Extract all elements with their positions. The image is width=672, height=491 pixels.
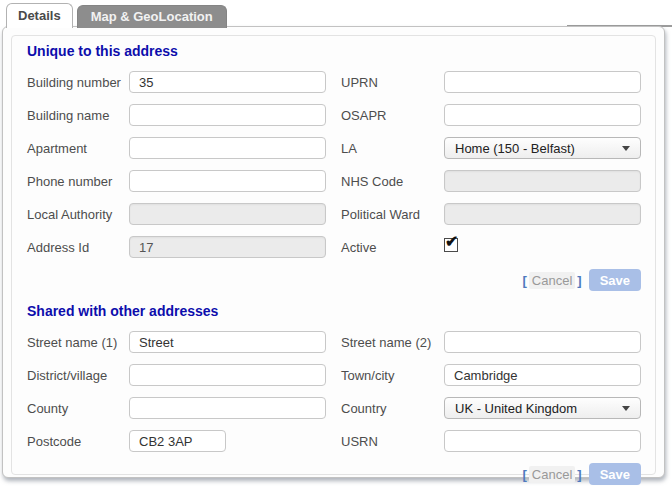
apartment-label: Apartment	[27, 141, 129, 156]
usrn-input[interactable]	[444, 430, 641, 452]
osapr-label: OSAPR	[326, 108, 444, 123]
tab-details[interactable]: Details	[6, 3, 73, 28]
postcode-input[interactable]	[129, 430, 226, 452]
country-select[interactable]: UK - United Kingdom	[444, 397, 641, 419]
form-row: County Country UK - United Kingdom	[27, 397, 641, 419]
tab-map-geolocation[interactable]: Map & GeoLocation	[77, 5, 227, 28]
street-name-2-label: Street name (2)	[326, 335, 444, 350]
bracket-open: [	[522, 273, 526, 288]
form-row: Local Authority Political Ward	[27, 203, 641, 225]
town-city-label: Town/city	[326, 368, 444, 383]
form-content: Unique to this address Building number U…	[11, 35, 656, 475]
bracket-close: ]	[577, 467, 581, 482]
phone-number-input[interactable]	[129, 170, 326, 192]
bracket-open: [	[522, 467, 526, 482]
form-row: Building name OSAPR	[27, 104, 641, 126]
usrn-label: USRN	[326, 434, 444, 449]
political-ward-label: Political Ward	[326, 207, 444, 222]
building-name-label: Building name	[27, 108, 129, 123]
apartment-input[interactable]	[129, 137, 326, 159]
chevron-down-icon	[622, 406, 630, 411]
save-button[interactable]: Save	[589, 463, 641, 485]
uprn-label: UPRN	[326, 75, 444, 90]
form-row: Address Id Active	[27, 236, 641, 258]
postcode-label: Postcode	[27, 434, 129, 449]
nhs-code-label: NHS Code	[326, 174, 444, 189]
la-label: LA	[326, 141, 444, 156]
address-id-input	[129, 236, 326, 258]
cancel-link[interactable]: [ Cancel ]	[522, 466, 581, 483]
street-name-1-label: Street name (1)	[27, 335, 129, 350]
town-city-input[interactable]	[444, 364, 641, 386]
cancel-label: Cancel	[529, 466, 575, 483]
cancel-link[interactable]: [ Cancel ]	[522, 272, 581, 289]
building-number-label: Building number	[27, 75, 129, 90]
uprn-input[interactable]	[444, 71, 641, 93]
form-row: District/village Town/city	[27, 364, 641, 386]
actions-row-unique: [ Cancel ] Save	[27, 269, 641, 291]
section-title-unique: Unique to this address	[27, 42, 641, 60]
county-label: County	[27, 401, 129, 416]
building-number-input[interactable]	[129, 71, 326, 93]
country-label: Country	[326, 401, 444, 416]
street-name-2-input[interactable]	[444, 331, 641, 353]
actions-row-shared: [ Cancel ] Save	[27, 463, 641, 485]
form-row: Postcode USRN	[27, 430, 641, 452]
osapr-input[interactable]	[444, 104, 641, 126]
country-selected-value: UK - United Kingdom	[455, 401, 577, 416]
cancel-label: Cancel	[529, 272, 575, 289]
political-ward-input	[444, 203, 641, 225]
bracket-close: ]	[577, 273, 581, 288]
form-row: Phone number NHS Code	[27, 170, 641, 192]
nhs-code-input	[444, 170, 641, 192]
section-title-shared: Shared with other addresses	[27, 302, 641, 320]
active-checkbox[interactable]	[444, 238, 458, 252]
building-name-input[interactable]	[129, 104, 326, 126]
la-select[interactable]: Home (150 - Belfast)	[444, 137, 641, 159]
local-authority-input	[129, 203, 326, 225]
details-panel: Unique to this address Building number U…	[2, 26, 665, 478]
active-label: Active	[326, 240, 444, 255]
form-row: Street name (1) Street name (2)	[27, 331, 641, 353]
save-button[interactable]: Save	[589, 269, 641, 291]
la-selected-value: Home (150 - Belfast)	[455, 141, 575, 156]
form-row: Apartment LA Home (150 - Belfast)	[27, 137, 641, 159]
tab-bar: Details Map & GeoLocation	[6, 3, 227, 28]
address-id-label: Address Id	[27, 240, 129, 255]
chevron-down-icon	[622, 146, 630, 151]
district-village-label: District/village	[27, 368, 129, 383]
district-village-input[interactable]	[129, 364, 326, 386]
active-checkbox-cell	[444, 238, 641, 256]
form-row: Building number UPRN	[27, 71, 641, 93]
phone-number-label: Phone number	[27, 174, 129, 189]
county-input[interactable]	[129, 397, 326, 419]
local-authority-label: Local Authority	[27, 207, 129, 222]
street-name-1-input[interactable]	[129, 331, 326, 353]
